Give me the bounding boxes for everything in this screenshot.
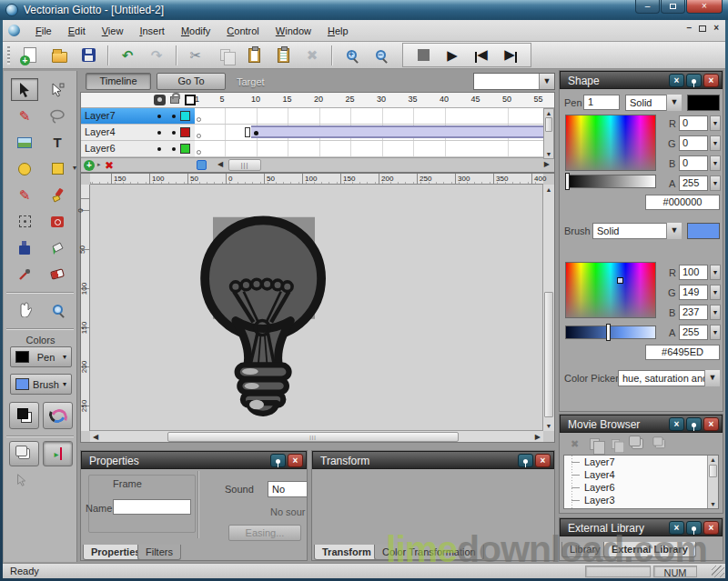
redo-button[interactable]: ↷ [144, 45, 169, 66]
keyframe-dot[interactable] [254, 131, 258, 135]
properties-panel-titlebar[interactable]: Properties × [81, 451, 307, 469]
target-dropdown[interactable]: ▼ [473, 73, 555, 90]
eraser-tool[interactable] [44, 263, 71, 285]
layer-visible-dot[interactable] [157, 131, 161, 135]
delete-button[interactable]: ✖ [299, 45, 325, 66]
mb-copy-icon[interactable] [590, 438, 600, 450]
movie-browser-item-layer6[interactable]: Layer6 [564, 481, 718, 494]
mdi-close-button[interactable]: × [713, 23, 719, 34]
timeline-scroll-down[interactable]: ▼ [544, 151, 553, 157]
easing-button[interactable]: Easing... [228, 525, 301, 541]
mb-delete-icon[interactable]: ✖ [571, 438, 579, 450]
menu-item-insert[interactable]: Insert [131, 23, 173, 39]
pen-style-dropdown-arrow[interactable]: ▼ [666, 95, 682, 111]
zoom-out-button[interactable]: − [368, 45, 393, 66]
minimize-button[interactable]: – [635, 0, 660, 14]
close-button[interactable]: × [686, 0, 723, 14]
free-transform-tool[interactable] [11, 210, 38, 233]
pen-g-spinner[interactable]: 0▼ [679, 135, 721, 151]
library-tab[interactable]: Library [561, 542, 609, 557]
pen-tool[interactable]: ✎ [11, 105, 38, 127]
pen-b-spinner[interactable]: 0▼ [679, 155, 721, 171]
menu-item-file[interactable]: File [27, 23, 60, 39]
center-frame-button[interactable] [197, 160, 207, 170]
transform-pin-button[interactable] [518, 454, 533, 467]
layer-row-layer6[interactable]: Layer6 [81, 141, 195, 157]
oval-tool[interactable] [11, 157, 38, 180]
stage-vertical-scrollbar[interactable]: ▲ ▼ [542, 185, 554, 431]
fill-transform-tool[interactable] [44, 210, 71, 233]
title-bar[interactable]: Vectorian Giotto - [Untitled-2] – × [0, 0, 728, 20]
stage-canvas[interactable] [90, 185, 543, 431]
toolbar-grip[interactable] [7, 46, 10, 65]
pencil-tool[interactable]: ✎ [11, 184, 38, 206]
transform-close-button[interactable]: × [535, 454, 551, 467]
menu-item-edit[interactable]: Edit [60, 23, 94, 39]
movie-browser-titlebar[interactable]: Movie Browser × × [560, 415, 723, 433]
new-document-button[interactable]: + [17, 45, 43, 66]
layer-visibility-icon[interactable] [154, 95, 166, 105]
movie-browser-close-button[interactable]: × [703, 417, 719, 431]
brush-b-spinner[interactable]: 237▼ [679, 305, 721, 320]
paste-special-button[interactable] [270, 45, 296, 66]
go-to-movie-button[interactable]: Go To Movie [157, 73, 226, 90]
hand-tool[interactable] [11, 298, 38, 321]
shape-panel-titlebar[interactable]: Shape × × [560, 71, 723, 89]
maximize-button[interactable] [661, 0, 685, 14]
brush-luminance-handle[interactable] [606, 324, 611, 341]
light-bulb-drawing[interactable] [177, 201, 350, 419]
brush-r-spinner[interactable]: 100▼ [679, 265, 721, 280]
stage-scroll-right[interactable]: ▶ [535, 433, 541, 441]
layer-row-layer7[interactable]: Layer7 [81, 108, 195, 125]
stage-scroll-up[interactable]: ▲ [543, 186, 554, 193]
timeline-scroll-right[interactable]: ▶ [544, 160, 550, 168]
target-dropdown-arrow[interactable]: ▼ [539, 74, 554, 89]
layer-color-swatch[interactable] [180, 144, 190, 154]
mb-scroll-down[interactable]: ▼ [708, 501, 718, 507]
layer-lock-dot[interactable] [172, 131, 176, 135]
menu-item-view[interactable]: View [94, 23, 132, 39]
pen-width-input[interactable]: 1 [583, 95, 620, 110]
undo-button[interactable]: ↶ [115, 45, 140, 66]
color-picker-dropdown-arrow[interactable]: ▼ [704, 370, 720, 386]
mdi-minimize-button[interactable]: – [687, 23, 693, 34]
external-library-tab[interactable]: External Library [603, 542, 696, 557]
timeline-tab[interactable]: Timeline [86, 73, 151, 90]
tween-span[interactable] [251, 125, 545, 138]
frames-row-layer7[interactable] [195, 108, 545, 125]
paint-bucket-tool[interactable] [44, 236, 71, 259]
movie-browser-item-layer7[interactable]: Layer7 [564, 456, 718, 468]
mb-copy-frames-icon[interactable] [612, 438, 620, 448]
default-colors-button[interactable] [9, 402, 39, 429]
pen-current-color-swatch[interactable] [687, 95, 720, 111]
timeline-scroll-up[interactable]: ▲ [544, 110, 553, 116]
frame-number-ruler[interactable]: 1510152025303540455055 [195, 94, 545, 107]
layer-visible-dot[interactable] [157, 147, 161, 151]
magnifier-tool[interactable] [44, 298, 71, 321]
cut-button[interactable]: ✂ [183, 45, 208, 66]
paste-button[interactable] [241, 45, 267, 66]
frame-cursor[interactable] [245, 127, 250, 137]
movie-browser-scrollbar[interactable]: ▲ ▼ [707, 456, 718, 508]
layer-lock-dot[interactable] [172, 115, 176, 118]
stage-scroll-left[interactable]: ◀ [93, 433, 98, 441]
first-frame-button[interactable]: ◀ [469, 45, 494, 66]
timeline-scroll-left[interactable]: ◀ [217, 160, 223, 168]
brush-hex-input[interactable]: #6495ED [645, 345, 720, 360]
brush-g-spinner[interactable]: 149▼ [679, 285, 721, 300]
layer-visible-dot[interactable] [157, 115, 161, 118]
pen-luminance-slider[interactable] [565, 175, 656, 188]
pen-luminance-handle[interactable] [565, 173, 570, 190]
brush-a-spinner[interactable]: 255▼ [679, 325, 721, 340]
properties-pin-button[interactable] [270, 454, 286, 467]
movie-browser-hide-button[interactable]: × [669, 417, 684, 431]
external-library-close-button[interactable]: × [703, 521, 719, 535]
resize-grip[interactable] [712, 566, 724, 577]
frames-row-layer4[interactable] [195, 125, 545, 141]
swap-colors-button[interactable] [43, 402, 73, 429]
layer-lock-dot[interactable] [172, 147, 176, 151]
brush-color-button[interactable]: Brush ▾ [10, 374, 72, 395]
transform-panel-titlebar[interactable]: Transform × [312, 451, 554, 469]
sound-dropdown[interactable]: No sou [268, 481, 308, 497]
lasso-tool[interactable] [44, 105, 71, 127]
